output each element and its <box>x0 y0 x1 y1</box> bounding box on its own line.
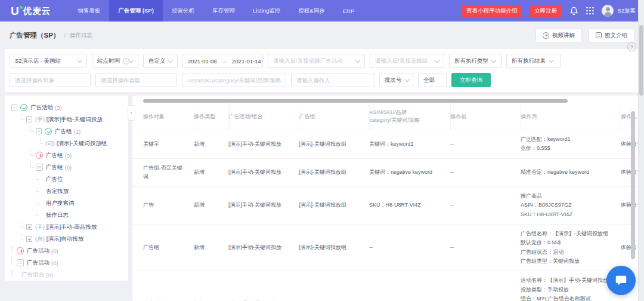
cell-target: 关键字 <box>132 130 194 159</box>
tree-connector <box>36 198 39 204</box>
col-header-type: 操作类型 <box>194 103 228 130</box>
exec-result-select[interactable]: 所有执行结果 <box>506 54 561 68</box>
nav-item-listing-monitor[interactable]: Listing监控 <box>244 0 289 22</box>
batch-number-select[interactable]: 批次号 <box>379 73 413 87</box>
nav-item-inventory[interactable]: 库存管理 <box>203 0 244 22</box>
date-range-picker[interactable]: 2021-01-08 → 2021-01-14 <box>182 54 263 68</box>
cell-adgroup: [演示]-关键词投放组 <box>299 225 369 271</box>
shop-select[interactable]: S2演示店 - 美国站 <box>10 54 87 68</box>
cell-asin: -- <box>369 271 450 301</box>
nav-item-auth-sync[interactable]: 授权&同步 <box>289 0 333 22</box>
col-header-campaign: 广告活动/组合 <box>228 103 299 130</box>
tree-connector <box>36 174 39 180</box>
enabled-status-icon <box>45 128 52 135</box>
breadcrumb-section[interactable]: 广告管理（SP） <box>10 31 60 40</box>
tree-item-campaigns-enabled[interactable]: - 广告活动 (3) <box>10 102 126 113</box>
chevron-down-icon <box>435 57 439 62</box>
range-mode-select[interactable]: 自定义 <box>143 54 178 68</box>
play-circle-icon <box>543 32 549 39</box>
page-scrollbar-thumb[interactable] <box>639 25 643 96</box>
tree-connector <box>30 162 34 168</box>
tree-item-adgroups-paused[interactable]: 广告组 (0) <box>10 149 126 161</box>
tree-item-auto-campaign[interactable]: + (自) [演示]自动投放 <box>10 233 126 245</box>
table-header-row: 操作对象 操作类型 广告活动/组合 广告组 ASIN/SKU/品牌 catego… <box>132 103 638 130</box>
cell-campaign: [演示]手动-关键词投放 <box>228 225 299 271</box>
col-header-operator: 操作人 <box>621 103 638 130</box>
cell-adgroup: [演示]-关键词投放组 <box>299 187 369 225</box>
register-button[interactable]: 立即注册 <box>530 5 562 17</box>
nav-item-erp[interactable]: ERP <box>334 0 364 22</box>
tree-item-negative-targeting[interactable]: 否定投放 <box>10 185 126 197</box>
nav-item-ad-management[interactable]: 广告管理 (SP) <box>109 0 163 22</box>
tree-item-adgroups-enabled[interactable]: - 广告组 (1) <box>10 125 126 137</box>
cell-campaign: [演示]手动-关键词投放 <box>228 187 299 225</box>
adgroup-select[interactable]: 请输入后/直接选择组 <box>370 54 444 68</box>
col-header-adgroup: 广告组 <box>299 103 369 130</box>
expand-toggle-icon[interactable]: + <box>26 236 32 242</box>
operator-input[interactable] <box>291 73 374 87</box>
campaign-tree-sidebar: - 广告活动 (3) - (手) [演示]手动-关键词投放 - 广告组 (1) … <box>5 96 128 281</box>
text-guide-button[interactable]: 图文介绍 <box>589 28 634 43</box>
tree-item-campaigns-paused[interactable]: 广告活动 (0) <box>10 245 126 257</box>
scope-select[interactable]: 全部 <box>418 73 447 87</box>
video-guide-button[interactable]: 视频讲解 <box>535 28 582 43</box>
app-logo[interactable]: U 优麦云 <box>0 0 69 22</box>
tree-item-portfolios[interactable]: 广告组合 (0) <box>10 269 126 281</box>
cell-asin: 关键词：negative keyword <box>369 158 450 187</box>
page-scrollbar[interactable] <box>638 0 644 301</box>
cell-campaign: [演示]手动-关键词投放 <box>228 271 299 301</box>
nav-item-sales-board[interactable]: 销售看板 <box>69 0 109 22</box>
cell-type: 新增 <box>194 130 228 159</box>
document-icon <box>596 32 602 38</box>
enabled-status-icon <box>20 104 27 111</box>
tree-item-placements[interactable]: 广告位 <box>10 173 126 185</box>
nav-item-business-analysis[interactable]: 经营分析 <box>163 0 203 22</box>
tree-item-keyword-adgroup[interactable]: (词) [演示]-关键词投放组 <box>10 137 126 149</box>
table-row: 广告活动 新增 [演示]手动-关键词投放 -- -- -- 活动名称：【演示】手… <box>132 271 638 301</box>
tree-item-adgroups-archived[interactable]: 广告组 (0) <box>10 161 126 173</box>
chat-widget-button[interactable] <box>606 266 636 295</box>
search-button[interactable]: 立即查询 <box>451 73 491 87</box>
cell-asin: -- <box>369 225 450 271</box>
target-object-input[interactable] <box>10 73 91 87</box>
nav-right-actions: 查看小程序功能介绍 立即注册 S2游客 <box>462 0 644 22</box>
asin-keyword-input[interactable] <box>182 73 286 87</box>
tree-connector <box>21 234 24 239</box>
cell-asin: 关键词：keyword1 <box>369 130 450 159</box>
horizontal-scrollbar[interactable] <box>143 99 568 103</box>
cell-after: 推广商品 ASIN：B08JCS97GZ SKU：H8-U8RT-VI4Z <box>521 187 621 225</box>
miniapp-intro-button[interactable]: 查看小程序功能介绍 <box>462 5 522 17</box>
collapse-toggle-icon[interactable]: - <box>36 128 42 134</box>
sidebar-collapse-handle[interactable]: ‹ <box>128 105 135 121</box>
campaign-select[interactable]: 请输入后/直接选择广告活动 <box>268 54 365 68</box>
table-row: 广告组 新增 [演示]手动-关键词投放 [演示]-关键词投放组 -- -- 广告… <box>132 225 638 271</box>
expand-toggle-icon[interactable]: + <box>26 224 32 230</box>
archived-status-icon <box>36 164 43 171</box>
operation-type-input[interactable] <box>95 73 177 87</box>
cell-before: -- <box>450 187 521 225</box>
tree-connector <box>40 138 44 144</box>
apps-grid-icon[interactable] <box>586 7 594 15</box>
cell-operator: 体验账号 <box>621 225 638 271</box>
collapse-toggle-icon[interactable]: - <box>26 116 32 122</box>
bell-icon[interactable] <box>569 7 578 16</box>
collapse-toggle-icon[interactable]: - <box>11 105 17 110</box>
time-type-select[interactable]: 站点时间 ? <box>92 54 138 68</box>
tree-item-operation-log[interactable]: 操作日志 <box>10 209 126 221</box>
breadcrumb-separator: / <box>64 32 66 39</box>
user-menu[interactable]: S2游客 <box>602 5 636 17</box>
vertical-scrollbar[interactable] <box>631 111 635 259</box>
cell-type: 新增 <box>194 187 228 225</box>
breadcrumb-current: 操作日志 <box>70 32 92 39</box>
tree-item-search-terms[interactable]: 用户搜索词 <box>10 197 126 209</box>
tree-item-manual-keyword-campaign[interactable]: - (手) [演示]手动-关键词投放 <box>10 113 126 125</box>
cell-target: 广告组-否定关键词 <box>132 158 194 187</box>
cell-after: 活动名称：【演示】手动-关键词投放 投放类型：手动投放 组合：MYL广告组合名称… <box>521 271 621 301</box>
cell-adgroup: [演示]-关键词投放组 <box>299 158 369 187</box>
info-icon: ? <box>123 58 129 64</box>
avatar <box>602 5 614 17</box>
tree-item-campaigns-archived[interactable]: 广告活动 (0) <box>10 257 126 269</box>
tree-item-manual-product-campaign[interactable]: + (手) [演示]手动-商品投放 <box>10 221 126 233</box>
exec-type-select[interactable]: 所有执行类型 <box>449 54 501 68</box>
help-icon[interactable]: ? <box>627 42 636 51</box>
